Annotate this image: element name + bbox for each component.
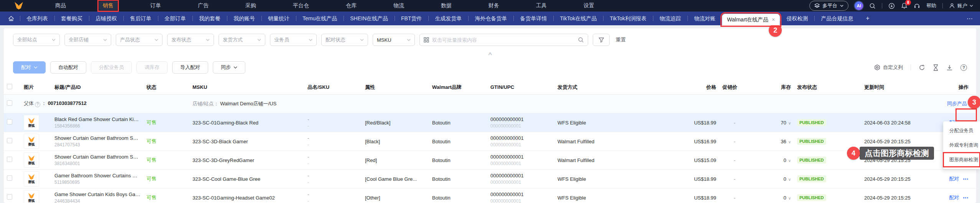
nav-item[interactable]: 工具: [532, 1, 551, 10]
reset-filters-button[interactable]: 重置: [614, 36, 627, 43]
batch-grid-icon[interactable]: [424, 37, 429, 43]
row-checkbox[interactable]: [7, 194, 12, 200]
nav-item[interactable]: 物流: [390, 1, 408, 10]
help-link[interactable]: 帮助: [926, 2, 936, 9]
platform-switcher[interactable]: 多平台: [809, 1, 848, 11]
hourglass-history-icon[interactable]: [933, 64, 939, 71]
tab[interactable]: 全部订单 ×: [158, 11, 192, 25]
toolbar-button[interactable]: 调库存: [136, 61, 168, 74]
product-title[interactable]: Shower Curtain Gamer Bathroom Sho...: [54, 135, 140, 141]
column-header[interactable]: GTIN/UPC: [487, 80, 554, 94]
column-header[interactable]: 操作: [930, 80, 976, 94]
filter-select[interactable]: 全部站点: [13, 34, 60, 46]
parent-checkbox[interactable]: [7, 100, 12, 106]
pair-action-link[interactable]: 配对: [949, 176, 959, 182]
magnifier-icon[interactable]: [578, 37, 584, 43]
row-checkbox[interactable]: [7, 119, 12, 124]
more-actions-icon[interactable]: •••: [963, 177, 968, 181]
column-header[interactable]: MSKU: [189, 80, 304, 94]
column-header[interactable]: 库存: [738, 80, 794, 94]
action-menu-item[interactable]: 图形商标检测: [943, 152, 980, 167]
pair-action-link[interactable]: 配对: [949, 195, 959, 200]
action-menu-item[interactable]: 分配业务员: [943, 123, 980, 138]
action-menu-item[interactable]: 外观专利查询: [943, 138, 980, 152]
product-title[interactable]: Gamer Bathroom Shower Curtains Blu...: [54, 173, 140, 178]
account-menu[interactable]: 账户: [949, 2, 973, 9]
row-checkbox[interactable]: [7, 157, 12, 162]
refresh-icon[interactable]: [919, 64, 925, 71]
nav-item[interactable]: 商品: [51, 1, 70, 10]
tab[interactable]: 物流对账 ×: [687, 11, 722, 25]
nav-item[interactable]: 财务: [485, 1, 503, 10]
product-thumbnail[interactable]: 赛狐: [24, 190, 39, 203]
tab[interactable]: 售后订单 ×: [123, 11, 158, 25]
filter-select[interactable]: 全部店铺: [64, 34, 111, 46]
nav-item[interactable]: 广告: [194, 1, 212, 10]
column-header[interactable]: 发货方式: [554, 80, 646, 94]
stock-dropdown-icon[interactable]: ∨: [788, 140, 791, 144]
column-header[interactable]: 属性: [362, 80, 429, 94]
toolbar-button[interactable]: 导入配对: [172, 61, 208, 74]
filter-select[interactable]: 产品状态: [116, 34, 163, 46]
tab[interactable]: 套餐购买 ×: [54, 11, 89, 25]
column-header[interactable]: Walmart品牌: [429, 80, 487, 94]
toolbar-button[interactable]: 自动配对: [50, 61, 86, 74]
more-actions-icon[interactable]: •••: [963, 195, 968, 200]
filter-select[interactable]: 发货方式: [219, 34, 265, 46]
product-thumbnail[interactable]: 赛狐: [24, 171, 39, 187]
stock-dropdown-icon[interactable]: ∨: [788, 121, 791, 125]
advanced-filter-button[interactable]: [593, 34, 610, 46]
tab[interactable]: Walmart在线产品 ×: [722, 14, 780, 25]
tab[interactable]: 备货单详情 ×: [513, 11, 553, 25]
product-thumbnail[interactable]: 赛狐: [24, 134, 39, 149]
tab[interactable]: TikTok在线产品 ×: [553, 11, 603, 25]
product-title[interactable]: Black Red Game Shower Curtain Kids ...: [54, 116, 140, 122]
app-logo-icon[interactable]: [14, 1, 24, 10]
tab[interactable]: 侵权检测 ×: [780, 11, 814, 25]
toolbar-button[interactable]: 同步: [213, 61, 245, 74]
notifications-bell-icon[interactable]: 8: [901, 2, 908, 9]
column-header[interactable]: 更新时间: [861, 80, 930, 94]
nav-item[interactable]: 设置: [580, 1, 598, 10]
tab[interactable]: 物流追踪 ×: [653, 11, 687, 25]
search-type-select[interactable]: MSKU: [373, 34, 415, 46]
help-icon[interactable]: ?: [960, 64, 967, 71]
tab[interactable]: SHEIN在线产品 ×: [344, 11, 395, 25]
nav-item[interactable]: 仓库: [342, 1, 360, 10]
tab[interactable]: 我的套餐 ×: [192, 11, 227, 25]
column-header[interactable]: 状态: [143, 80, 189, 94]
add-tab-button[interactable]: +: [860, 11, 875, 25]
home-tab-icon[interactable]: [2, 11, 20, 25]
download-icon[interactable]: [888, 3, 895, 9]
sync-products-link[interactable]: 同步产品: [947, 100, 973, 107]
collapse-filters-icon[interactable]: ∧: [487, 51, 493, 56]
column-header[interactable]: 品名/SKU: [304, 80, 362, 94]
select-all-checkbox[interactable]: [7, 84, 12, 89]
question-circle-icon[interactable]: ?: [35, 102, 40, 107]
nav-item[interactable]: 采购: [242, 1, 260, 10]
tab[interactable]: 仓库列表 ×: [20, 11, 54, 25]
product-title[interactable]: Shower Curtain Gamer Bathroom Sho...: [54, 154, 140, 160]
tab[interactable]: 生成发货单 ×: [428, 11, 468, 25]
nav-item[interactable]: 订单: [146, 1, 165, 10]
row-checkbox[interactable]: [7, 138, 12, 143]
tab-close-icon[interactable]: ×: [772, 14, 775, 25]
search-input[interactable]: [432, 37, 575, 43]
tab[interactable]: TikTok利润报表 ×: [603, 11, 653, 25]
export-download-icon[interactable]: [946, 64, 953, 71]
tab[interactable]: 产品合规信息 ×: [814, 11, 860, 25]
toolbar-button[interactable]: 配对: [13, 61, 46, 74]
filter-select[interactable]: 配对状态: [321, 34, 368, 46]
column-header[interactable]: 发布状态: [794, 80, 861, 94]
column-header[interactable]: 图片: [21, 80, 51, 94]
ai-assistant-button[interactable]: AI: [855, 2, 863, 10]
tab[interactable]: 我的账号 ×: [227, 11, 261, 25]
column-header[interactable]: 促销价: [719, 80, 738, 94]
row-checkbox[interactable]: [7, 175, 12, 181]
nav-item[interactable]: 销售: [99, 1, 117, 10]
tab-overflow-button[interactable]: ⋯: [960, 11, 980, 25]
stock-dropdown-icon[interactable]: ∨: [788, 177, 791, 182]
search-icon[interactable]: [869, 3, 876, 9]
filter-select[interactable]: 发布状态: [167, 34, 214, 46]
tab[interactable]: 店铺授权 ×: [89, 11, 123, 25]
